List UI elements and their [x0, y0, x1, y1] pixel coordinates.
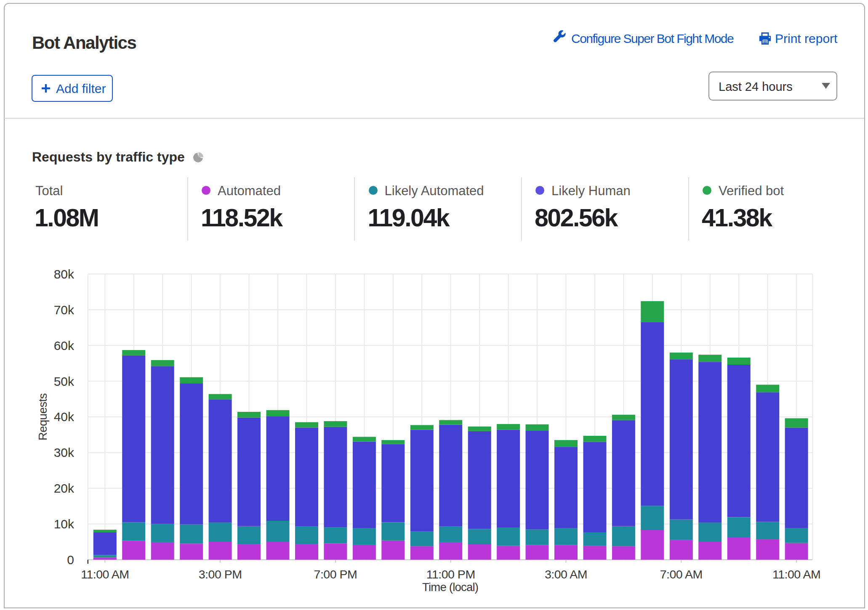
- svg-text:11:00 AM: 11:00 AM: [81, 568, 129, 581]
- svg-text:20k: 20k: [54, 481, 75, 495]
- svg-text:3:00 AM: 3:00 AM: [545, 568, 587, 581]
- svg-text:70k: 70k: [54, 303, 75, 317]
- svg-text:11:00 PM: 11:00 PM: [426, 568, 475, 581]
- svg-text:7:00 AM: 7:00 AM: [660, 568, 703, 581]
- svg-text:80k: 80k: [54, 267, 75, 281]
- svg-text:Requests: Requests: [36, 393, 49, 440]
- svg-text:30k: 30k: [54, 446, 75, 459]
- svg-text:3:00 PM: 3:00 PM: [199, 568, 242, 581]
- svg-text:40k: 40k: [54, 410, 75, 424]
- svg-text:11:00 AM: 11:00 AM: [772, 568, 820, 581]
- svg-text:7:00 PM: 7:00 PM: [314, 568, 357, 581]
- svg-text:0: 0: [67, 553, 74, 567]
- svg-text:60k: 60k: [54, 339, 75, 353]
- svg-text:50k: 50k: [54, 374, 75, 388]
- svg-text:10k: 10k: [54, 517, 75, 531]
- svg-text:Time (local): Time (local): [422, 581, 478, 594]
